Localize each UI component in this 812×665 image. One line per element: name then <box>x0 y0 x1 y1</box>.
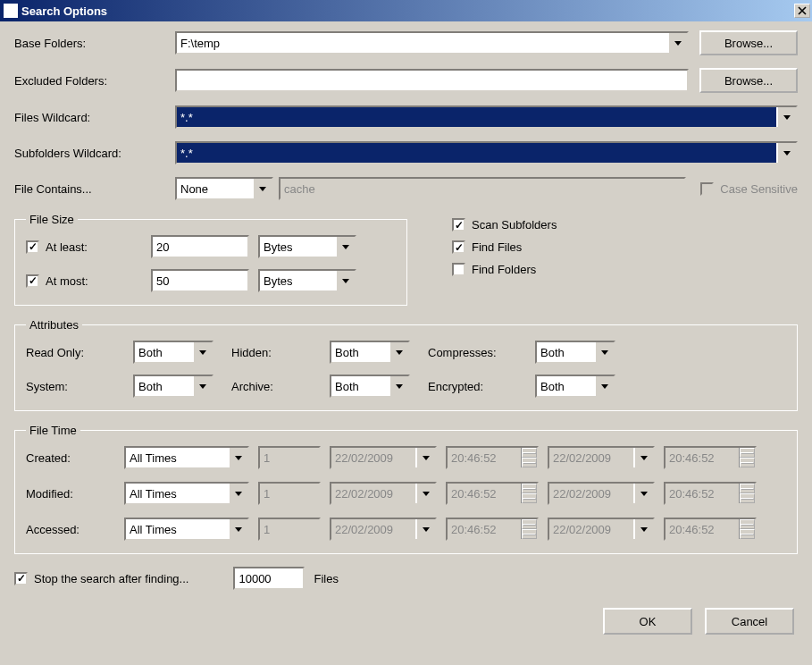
modified-time2: 20:46:52 <box>664 482 757 505</box>
compresses-combo[interactable]: Both <box>535 341 615 364</box>
attributes-group: Attributes Read Only: Both Hidden: Both … <box>14 318 798 411</box>
chevron-down-icon <box>396 384 403 389</box>
accessed-time1: 20:46:52 <box>446 518 539 541</box>
chevron-up-icon <box>741 488 754 490</box>
chevron-up-icon <box>741 524 754 526</box>
accessed-days: 1 <box>258 518 321 541</box>
modified-date2: 22/02/2009 <box>548 482 655 505</box>
excluded-folders-input[interactable] <box>175 69 689 92</box>
created-time2: 20:46:52 <box>664 446 757 469</box>
close-icon <box>798 6 807 15</box>
file-contains-dropdown-button[interactable] <box>252 179 272 198</box>
created-date2: 22/02/2009 <box>548 446 655 469</box>
attributes-legend: Attributes <box>26 318 82 332</box>
modified-label: Modified: <box>26 487 115 501</box>
close-button[interactable] <box>794 4 810 18</box>
find-files-checkbox[interactable] <box>452 240 465 254</box>
chevron-down-icon <box>741 498 754 500</box>
chevron-down-icon <box>423 527 430 532</box>
excluded-folders-label: Excluded Folders: <box>14 74 175 88</box>
modified-days: 1 <box>258 482 321 505</box>
subfolders-wildcard-dropdown-button[interactable] <box>776 143 796 163</box>
base-folders-dropdown-button[interactable] <box>667 33 687 53</box>
base-folders-label: Base Folders: <box>14 37 175 50</box>
read-only-label: Read Only: <box>26 346 124 359</box>
base-folders-combo[interactable]: F:\temp <box>175 31 689 55</box>
chevron-down-icon <box>523 534 536 535</box>
files-wildcard-combo[interactable]: *.* <box>175 105 798 129</box>
created-mode-combo[interactable]: All Times <box>124 446 249 469</box>
stop-count-input[interactable]: 10000 <box>233 567 305 590</box>
at-most-unit-value: Bytes <box>260 271 335 290</box>
chevron-down-icon <box>741 534 754 535</box>
base-folders-value: F:\temp <box>177 33 667 53</box>
at-most-unit-combo[interactable]: Bytes <box>258 269 356 292</box>
at-least-unit-dropdown-button[interactable] <box>335 237 355 257</box>
at-most-label: At most: <box>46 274 88 288</box>
files-wildcard-dropdown-button[interactable] <box>776 107 796 127</box>
files-wildcard-label: Files Wildcard: <box>14 111 175 124</box>
find-folders-checkbox[interactable] <box>452 263 465 276</box>
find-folders-label: Find Folders <box>472 263 536 276</box>
stop-after-checkbox[interactable] <box>14 572 28 585</box>
scan-subfolders-checkbox[interactable] <box>452 218 465 231</box>
chevron-down-icon <box>783 151 791 156</box>
file-contains-mode-value: None <box>177 179 252 198</box>
at-least-unit-combo[interactable]: Bytes <box>258 235 356 258</box>
modified-mode-combo[interactable]: All Times <box>124 482 249 505</box>
search-options-dialog: Search Options Base Folders: F:\temp Bro… <box>0 0 812 665</box>
chevron-down-icon <box>199 384 206 389</box>
at-most-checkbox[interactable] <box>26 274 39 288</box>
archive-combo[interactable]: Both <box>330 375 410 398</box>
chevron-down-icon <box>423 492 430 496</box>
compresses-label: Compresses: <box>428 346 526 359</box>
archive-label: Archive: <box>231 380 321 393</box>
chevron-down-icon <box>674 41 682 46</box>
accessed-label: Accessed: <box>26 523 115 536</box>
file-contains-label: File Contains... <box>14 182 175 196</box>
accessed-time2: 20:46:52 <box>664 518 757 541</box>
file-contains-mode-combo[interactable]: None <box>175 177 273 200</box>
scan-options: Scan Subfolders Find Files Find Folders <box>452 218 557 318</box>
chevron-down-icon <box>601 384 608 389</box>
ok-button[interactable]: OK <box>603 608 692 635</box>
chevron-down-icon <box>783 115 791 120</box>
at-least-input[interactable]: 20 <box>151 235 249 258</box>
dialog-content: Base Folders: F:\temp Browse... Excluded… <box>0 21 812 644</box>
at-most-unit-dropdown-button[interactable] <box>335 271 355 290</box>
created-time1: 20:46:52 <box>446 446 539 469</box>
file-contains-input: cache <box>279 177 686 200</box>
at-least-checkbox[interactable] <box>26 240 39 254</box>
chevron-down-icon <box>235 527 242 532</box>
modified-date1: 22/02/2009 <box>330 482 437 505</box>
read-only-combo[interactable]: Both <box>133 341 213 364</box>
browse-base-button[interactable]: Browse... <box>699 30 798 55</box>
window-title: Search Options <box>21 4 794 18</box>
chevron-down-icon <box>396 350 403 355</box>
created-date1: 22/02/2009 <box>330 446 437 469</box>
chevron-down-icon <box>523 498 536 500</box>
chevron-up-icon <box>741 452 754 454</box>
chevron-down-icon <box>423 456 430 460</box>
system-combo[interactable]: Both <box>133 375 213 398</box>
at-most-input[interactable]: 50 <box>151 269 249 292</box>
chevron-down-icon <box>342 245 349 249</box>
at-least-label: At least: <box>46 240 88 254</box>
chevron-up-icon <box>523 524 536 526</box>
chevron-down-icon <box>601 350 608 355</box>
accessed-mode-combo[interactable]: All Times <box>124 518 249 541</box>
browse-excluded-button[interactable]: Browse... <box>699 68 798 93</box>
subfolders-wildcard-combo[interactable]: *.* <box>175 141 798 164</box>
encrypted-combo[interactable]: Both <box>535 375 615 398</box>
chevron-down-icon <box>640 456 648 460</box>
cancel-button[interactable]: Cancel <box>705 608 794 635</box>
case-sensitive-label: Case Sensitive <box>720 182 798 196</box>
file-size-group: File Size At least: 20 Bytes <box>14 213 407 306</box>
files-wildcard-value: *.* <box>177 107 776 127</box>
chevron-down-icon <box>259 187 266 191</box>
file-time-legend: File Time <box>26 424 80 437</box>
hidden-combo[interactable]: Both <box>330 341 410 364</box>
modified-time1: 20:46:52 <box>446 482 539 505</box>
chevron-down-icon <box>199 350 206 355</box>
accessed-date2: 22/02/2009 <box>548 518 655 541</box>
